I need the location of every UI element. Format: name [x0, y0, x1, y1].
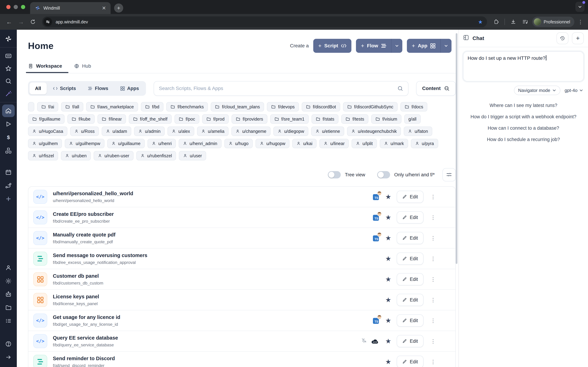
folder-chip[interactable]: f/bd: [141, 102, 164, 111]
create-flow-button[interactable]: +Flow: [356, 39, 402, 53]
favorite-star-icon[interactable]: ★: [385, 276, 391, 283]
triggers-route-icon[interactable]: [2, 179, 15, 192]
item-menu-kebab-icon[interactable]: ⋮: [431, 297, 436, 303]
browser-profile[interactable]: Professionnel: [532, 17, 574, 27]
folder-chip[interactable]: f/off_the_shelf: [129, 114, 172, 124]
windmill-logo[interactable]: [2, 33, 15, 45]
folders-icon[interactable]: [2, 301, 15, 314]
ai-wand-icon[interactable]: [2, 87, 15, 100]
list-item[interactable]: Send reminder to Discordf/all/send_disco…: [28, 352, 455, 367]
item-menu-kebab-icon[interactable]: ⋮: [431, 359, 436, 365]
folder-chip[interactable]: f/all: [61, 102, 83, 111]
new-tab-button[interactable]: +: [114, 3, 123, 13]
folder-chip[interactable]: f/kube: [67, 114, 95, 124]
item-menu-kebab-icon[interactable]: ⋮: [431, 235, 436, 241]
group-chip[interactable]: g/all: [404, 114, 421, 124]
list-item[interactable]: </>Query EE service databasef/bd/query_e…: [28, 331, 455, 352]
item-menu-kebab-icon[interactable]: ⋮: [431, 317, 436, 324]
filter-flows[interactable]: Flows: [82, 83, 114, 94]
site-settings-icon[interactable]: [43, 17, 52, 26]
folder-chip[interactable]: f/cloud_team_plans: [211, 102, 264, 111]
item-menu-kebab-icon[interactable]: ⋮: [431, 256, 436, 262]
favorite-star-icon[interactable]: ★: [385, 317, 391, 324]
collapse-panel-icon[interactable]: [463, 35, 469, 42]
user-chip[interactable]: u/hugo: [224, 139, 253, 148]
edit-button[interactable]: Edit: [397, 314, 424, 327]
extensions-icon[interactable]: [491, 17, 501, 27]
folder-chip[interactable]: f/linear: [97, 114, 126, 124]
reload-icon[interactable]: [28, 17, 38, 27]
chat-model-select[interactable]: gpt-4o: [564, 88, 583, 93]
variables-dollar-icon[interactable]: $: [2, 131, 15, 144]
favorite-star-icon[interactable]: ★: [385, 255, 391, 262]
folder-chip[interactable]: f/discordGithubSync: [343, 102, 398, 111]
user-chip[interactable]: u/faton: [404, 126, 432, 136]
user-chip[interactable]: u/henri_admin: [179, 139, 221, 148]
collapse-sidebar-icon[interactable]: [2, 351, 15, 364]
tree-view-toggle[interactable]: [328, 171, 341, 178]
user-chip[interactable]: u/Ross: [70, 126, 99, 136]
user-chip[interactable]: u/hugopw: [256, 139, 289, 148]
folder-chip[interactable]: f/discordBot: [302, 102, 340, 111]
favorite-star-icon[interactable]: ★: [385, 338, 391, 344]
only-owner-toggle[interactable]: [377, 171, 390, 178]
user-chip[interactable]: u/ruben-user: [94, 151, 134, 160]
list-item[interactable]: </>Create EE/pro subscriberf/bd/create_e…: [28, 207, 455, 228]
edit-button[interactable]: Edit: [397, 294, 424, 306]
schedules-calendar-icon[interactable]: [2, 166, 15, 179]
users-icon[interactable]: [2, 261, 15, 274]
filter-all[interactable]: All: [29, 83, 47, 94]
edit-button[interactable]: Edit: [397, 356, 424, 367]
browser-tab[interactable]: Windmill ✕: [30, 2, 111, 14]
tab-workspace[interactable]: Workspace: [28, 63, 62, 73]
favorite-star-icon[interactable]: ★: [385, 359, 391, 365]
forward-icon[interactable]: →: [16, 17, 26, 27]
minimize-window-button[interactable]: [14, 5, 18, 9]
user-chip[interactable]: u/henri: [147, 139, 176, 148]
user-chip[interactable]: u/lplit: [352, 139, 377, 148]
resources-boxes-icon[interactable]: [2, 144, 15, 157]
user-chip[interactable]: u/changeme: [231, 126, 270, 136]
user-chip[interactable]: u/kai: [292, 139, 317, 148]
browser-chevron-button[interactable]: [575, 2, 585, 12]
edit-button[interactable]: Edit: [397, 335, 424, 347]
edit-button[interactable]: Edit: [397, 211, 424, 224]
folder-chip[interactable]: f/tests: [341, 114, 368, 124]
folder-chip[interactable]: f/ai: [37, 102, 58, 111]
user-chip[interactable]: u/rfiszel: [28, 151, 58, 160]
chat-suggestion[interactable]: How do I trigger a script with a webhook…: [471, 114, 576, 119]
user-chip[interactable]: u/HugoCasa: [28, 126, 67, 136]
edit-button[interactable]: Edit: [397, 273, 424, 285]
edit-button[interactable]: Edit: [397, 191, 424, 203]
user-chip[interactable]: u/linear: [319, 139, 349, 148]
user-chip[interactable]: u/admin: [134, 126, 165, 136]
user-chip[interactable]: u/diegopw: [273, 126, 308, 136]
user-chip[interactable]: u/alex: [167, 126, 194, 136]
user-chip[interactable]: u/ruben: [61, 151, 91, 160]
runs-play-icon[interactable]: [2, 118, 15, 130]
folder-chip[interactable]: f/guillaume: [28, 114, 65, 124]
item-menu-kebab-icon[interactable]: ⋮: [431, 214, 436, 221]
folder-chip[interactable]: f/providers: [232, 114, 268, 124]
chat-suggestion[interactable]: How do I schedule a recurring job?: [487, 137, 560, 142]
folder-chip[interactable]: f/poc: [174, 114, 199, 124]
folder-chip[interactable]: f/prod: [202, 114, 229, 124]
bookmark-star-icon[interactable]: ★: [478, 19, 485, 25]
settings-gear-icon[interactable]: [2, 275, 15, 287]
user-chip[interactable]: u/guilhem: [28, 139, 62, 148]
chat-suggestion[interactable]: How can I connect to a database?: [488, 125, 559, 131]
user-chip[interactable]: u/etienne: [311, 126, 344, 136]
user-chip[interactable]: u/guilhempw: [65, 139, 104, 148]
help-icon[interactable]: [2, 338, 15, 350]
folder-chip[interactable]: f/stats: [311, 114, 339, 124]
browser-menu-kebab-icon[interactable]: ⋮: [576, 19, 585, 25]
folder-chip[interactable]: f/docs: [400, 102, 428, 111]
tab-hub[interactable]: Hub: [74, 63, 91, 73]
create-app-dropdown[interactable]: [440, 39, 451, 53]
user-chip[interactable]: u/mark: [380, 139, 408, 148]
create-script-button[interactable]: +Script: [313, 39, 351, 53]
user-chip[interactable]: u/exteugenchubchik: [347, 126, 401, 136]
back-icon[interactable]: ←: [4, 17, 14, 27]
create-flow-dropdown[interactable]: [391, 39, 402, 53]
favorite-star-icon[interactable]: ★: [385, 193, 391, 200]
